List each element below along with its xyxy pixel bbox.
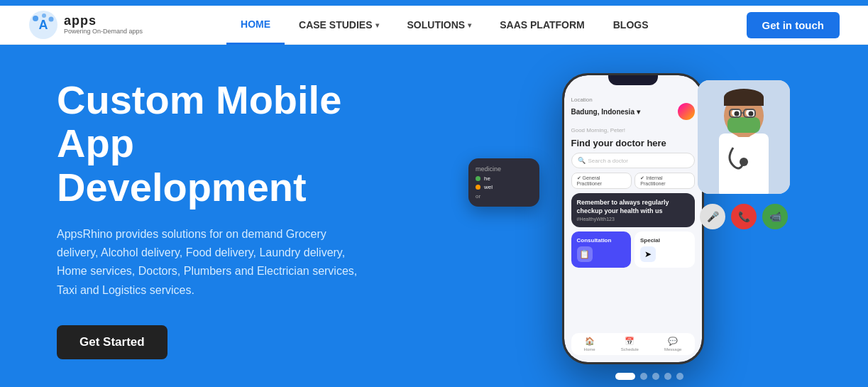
nav-links: HOME CASE STUDIES ▾ SOLUTIONS ▾ SAAS PLA…	[226, 6, 662, 44]
phone-nav-message[interactable]: 💬 Message	[664, 337, 681, 351]
side-card-item-2: wel	[476, 184, 532, 190]
phone-reminder-card: Remember to always regularly checkup you…	[571, 193, 695, 227]
doctor-svg	[698, 80, 790, 194]
phone-tag-internal[interactable]: ✔ Internal Practitioner	[634, 173, 694, 189]
home-icon: 🏠	[585, 337, 595, 346]
svg-point-2	[33, 16, 38, 21]
phone-nav-schedule-label: Schedule	[621, 347, 639, 351]
consultation-icon: 📋	[577, 246, 593, 262]
hero-visual: medicine he wel or Location Badung, Indo…	[412, 45, 811, 387]
dot-1[interactable]	[615, 373, 635, 380]
dot-icon	[476, 185, 480, 190]
search-icon: 🔍	[578, 157, 586, 164]
get-in-touch-button[interactable]: Get in touch	[747, 12, 840, 38]
message-icon: 💬	[668, 337, 678, 346]
dot-icon	[476, 176, 480, 181]
phone-card-special[interactable]: Special ➤	[634, 231, 695, 268]
end-call-icon: 📞	[738, 211, 750, 222]
svg-point-17	[740, 158, 748, 166]
svg-point-12	[735, 111, 740, 116]
logo[interactable]: A apps Powering On-Demand apps	[28, 10, 143, 40]
nav-solutions[interactable]: SOLUTIONS ▾	[393, 6, 486, 45]
dot-5[interactable]	[676, 373, 683, 380]
svg-point-4	[49, 17, 54, 22]
phone-service-cards: Consultation 📋 Special ➤	[571, 231, 695, 268]
phone-search-bar[interactable]: 🔍 Search a doctor	[571, 153, 695, 168]
phone-card-consultation[interactable]: Consultation 📋	[571, 231, 632, 268]
nav-case-studies[interactable]: CASE STUDIES ▾	[285, 6, 392, 45]
hero-description: AppsRhino provides solutions for on dema…	[57, 225, 369, 300]
dot-2[interactable]	[640, 373, 647, 380]
dot-3[interactable]	[652, 373, 659, 380]
phone-notch	[608, 75, 658, 85]
chevron-down-icon: ▾	[375, 21, 379, 29]
phone-nav-home[interactable]: 🏠 Home	[584, 337, 595, 351]
phone-nav-message-label: Message	[664, 347, 681, 351]
svg-point-13	[749, 111, 754, 116]
svg-point-3	[42, 13, 46, 18]
pagination-dots	[615, 373, 683, 380]
side-card-extra: or	[476, 193, 532, 200]
phone-mockup: Location Badung, Indonesia ▾ Good Mornin…	[562, 73, 704, 364]
phone-location-label: Location	[571, 97, 695, 103]
phone-tags: ✔ General Practitioner ✔ Internal Practi…	[571, 173, 695, 189]
get-started-button[interactable]: Get Started	[57, 325, 167, 359]
doctor-image	[698, 80, 790, 194]
end-call-button[interactable]: 📞	[731, 204, 757, 229]
dot-4[interactable]	[664, 373, 671, 380]
doctor-panel: 🎤 📞 📹	[698, 80, 790, 229]
hero-section: Custom Mobile App Development AppsRhino …	[0, 45, 868, 387]
logo-name: apps	[64, 14, 143, 28]
navbar: A apps Powering On-Demand apps HOME CASE…	[0, 6, 868, 45]
nav-home[interactable]: HOME	[226, 6, 285, 45]
schedule-icon: 📅	[625, 337, 634, 346]
phone-reminder-title: Remember to always regularly checkup you…	[577, 199, 689, 215]
phone-greeting: Good Morning, Peter!	[571, 127, 695, 133]
phone-nav-home-label: Home	[584, 347, 595, 351]
hero-title: Custom Mobile App Development	[57, 78, 412, 209]
phone-search-placeholder: Search a doctor	[588, 158, 628, 164]
video-button[interactable]: 📹	[762, 204, 788, 229]
side-floating-card: medicine he wel or	[468, 158, 539, 207]
nav-blogs[interactable]: BLOGS	[599, 6, 663, 45]
phone-card-special-label: Special	[640, 237, 689, 244]
special-icon: ➤	[640, 246, 656, 262]
phone-bottom-nav: 🏠 Home 📅 Schedule 💬 Message	[571, 333, 695, 355]
phone-location-name: Badung, Indonesia ▾	[571, 108, 640, 116]
svg-rect-9	[727, 117, 760, 133]
phone-tag-general[interactable]: ✔ General Practitioner	[571, 173, 632, 189]
video-icon: 📹	[769, 211, 781, 222]
logo-subtitle: Powering On-Demand apps	[64, 28, 143, 36]
logo-icon: A	[28, 10, 58, 40]
phone-card-consultation-label: Consultation	[577, 237, 626, 244]
mute-icon: 🎤	[707, 211, 719, 222]
mute-button[interactable]: 🎤	[700, 204, 725, 229]
phone-reminder-sub: #HealthyWith123	[577, 217, 689, 222]
side-card-title: medicine	[476, 165, 532, 173]
side-card-item-1: he	[476, 175, 532, 182]
phone-screen: Location Badung, Indonesia ▾ Good Mornin…	[564, 75, 702, 362]
phone-nav-schedule[interactable]: 📅 Schedule	[621, 337, 639, 351]
nav-saas-platform[interactable]: SAAS PLATFORM	[485, 6, 599, 45]
phone-find-title: Find your doctor here	[571, 138, 695, 148]
hero-content: Custom Mobile App Development AppsRhino …	[57, 78, 412, 359]
svg-text:A: A	[39, 18, 48, 32]
phone-avatar	[678, 103, 695, 120]
chevron-down-icon: ▾	[468, 21, 471, 29]
svg-rect-19	[724, 97, 764, 106]
call-buttons: 🎤 📞 📹	[700, 204, 788, 229]
